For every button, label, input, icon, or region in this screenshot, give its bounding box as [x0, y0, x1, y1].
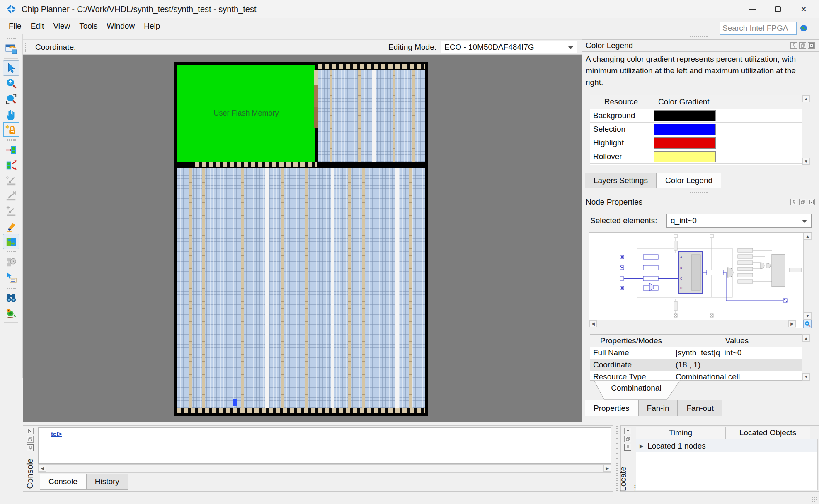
tab-color-legend[interactable]: Color Legend [657, 173, 721, 188]
birds-eye-view-icon[interactable] [3, 305, 19, 321]
search-area [720, 22, 807, 35]
swap-nodes-tool-icon[interactable] [3, 234, 19, 249]
region-clock-tool-icon[interactable] [3, 254, 19, 270]
close-button[interactable]: × [791, 0, 817, 18]
scroll-left-icon[interactable]: ◀ [39, 465, 46, 472]
menu-edit[interactable]: Edit [26, 21, 49, 31]
selected-elements-label: Selected elements: [590, 216, 657, 225]
preview-zoom-icon[interactable] [803, 320, 812, 328]
menu-tools[interactable]: Tools [75, 21, 102, 31]
toolbar-drag-handle[interactable] [7, 251, 16, 253]
pin-panel-button[interactable] [624, 444, 631, 451]
find-binoculars-icon[interactable] [3, 290, 19, 305]
search-input[interactable] [720, 22, 797, 35]
scroll-down-icon[interactable]: ▼ [802, 373, 810, 380]
tcl-console[interactable]: tcl> [38, 427, 611, 464]
table-row[interactable]: Resource Type Combinational cell [590, 371, 802, 381]
add-connection-tool-icon[interactable] [3, 203, 19, 219]
toolbar-drag-handle[interactable] [7, 138, 16, 141]
table-row[interactable]: Highlight [590, 136, 802, 150]
menu-window[interactable]: Window [102, 21, 140, 31]
io-bank-bottom[interactable] [177, 408, 425, 413]
scroll-right-icon[interactable]: ▶ [603, 465, 611, 472]
logic-array-top-right[interactable] [318, 70, 425, 162]
zoom-fit-tool-icon[interactable] [3, 91, 19, 106]
table-row[interactable]: Rollover [590, 150, 802, 164]
panel-drag-handle[interactable] [689, 192, 708, 194]
preview-vscrollbar[interactable]: ▲ ▼ [803, 233, 812, 320]
console-hscrollbar[interactable]: ◀ ▶ [38, 464, 611, 473]
tab-history[interactable]: History [86, 474, 128, 490]
list-item[interactable]: ▶ Located 1 nodes [636, 439, 817, 452]
scroll-up-icon[interactable]: ▲ [804, 233, 812, 240]
float-panel-button[interactable] [624, 436, 631, 443]
chip-floorplan[interactable]: User Flash Memory [174, 62, 428, 416]
table-row[interactable]: Selection [590, 123, 802, 136]
mode-tab-combinational[interactable]: Combinational [591, 380, 681, 400]
logic-array-main[interactable] [177, 168, 425, 408]
toolbar-drag-handle[interactable] [7, 286, 16, 289]
close-panel-button[interactable] [808, 42, 815, 49]
float-panel-button[interactable] [799, 199, 806, 205]
tab-fan-out[interactable]: Fan-out [678, 400, 722, 416]
menu-help[interactable]: Help [139, 21, 165, 31]
maximize-button[interactable] [765, 0, 791, 18]
locate-dock-controls: Locate ... [621, 426, 635, 491]
tab-located-objects[interactable]: Located Objects [725, 427, 810, 439]
tab-fan-in[interactable]: Fan-in [638, 400, 678, 416]
user-flash-memory-block[interactable]: User Flash Memory [177, 65, 315, 162]
globe-icon[interactable] [800, 24, 807, 32]
scroll-up-icon[interactable]: ▲ [802, 95, 810, 102]
right-dock: Color Legend A changing color gradient r… [582, 39, 819, 422]
detach-window-icon[interactable] [3, 41, 19, 57]
resize-grip[interactable] [812, 497, 818, 503]
close-panel-button[interactable] [624, 428, 631, 434]
table-row-selected[interactable]: Coordinate (18 , 1) [590, 359, 802, 371]
preview-hscrollbar[interactable]: ◀ ▶ [589, 320, 796, 328]
scroll-down-icon[interactable]: ▼ [802, 158, 810, 165]
selection-tool-icon[interactable] [3, 60, 19, 76]
minimize-button[interactable] [739, 0, 765, 18]
float-panel-button[interactable] [27, 436, 34, 443]
zoom-tool-icon[interactable] [3, 76, 19, 91]
scroll-right-icon[interactable]: ▶ [788, 320, 796, 327]
node-schematic-preview[interactable]: ABCD ▲ ▼ [589, 232, 812, 328]
io-bank-mid[interactable] [195, 162, 317, 167]
close-panel-button[interactable] [27, 428, 34, 434]
pan-tool-icon[interactable] [3, 106, 19, 122]
editing-mode-select[interactable]: ECO - 10M50DAF484I7G [441, 41, 577, 53]
highlight-routing-tool-icon[interactable] [3, 219, 19, 234]
toolbar-drag-handle[interactable] [7, 38, 16, 40]
float-panel-button[interactable] [799, 42, 806, 49]
table-row[interactable]: Full Name |synth_test|q_int~0 [590, 347, 802, 359]
chip-canvas[interactable]: User Flash Memory [23, 55, 582, 422]
connect-node-tool-icon[interactable] [3, 173, 19, 188]
pin-panel-button[interactable] [790, 42, 797, 49]
scroll-up-icon[interactable]: ▲ [802, 335, 810, 342]
expand-triangle-icon[interactable]: ▶ [640, 443, 643, 449]
toolbar-drag-handle[interactable] [24, 43, 28, 52]
pin-panel-button[interactable] [27, 444, 34, 451]
io-bank-top[interactable] [318, 64, 425, 69]
menu-file[interactable]: File [4, 21, 26, 31]
tab-layers-settings[interactable]: Layers Settings [585, 173, 657, 188]
selected-elements-select[interactable]: q_int~0 [666, 214, 812, 228]
fan-out-tool-icon[interactable] [3, 157, 19, 173]
scroll-left-icon[interactable]: ◀ [589, 320, 597, 327]
fan-in-tool-icon[interactable] [3, 142, 19, 157]
pin-panel-button[interactable] [790, 199, 797, 205]
disconnect-node-tool-icon[interactable] [3, 188, 19, 203]
tab-properties[interactable]: Properties [585, 400, 638, 416]
locate-report-tool-icon[interactable] [3, 270, 19, 285]
eco-lock-tool-icon[interactable] [3, 122, 19, 137]
menu-view[interactable]: View [48, 21, 75, 31]
properties-scrollbar[interactable]: ▲ ▼ [802, 334, 810, 381]
selected-cell[interactable] [233, 399, 237, 406]
legend-scrollbar[interactable]: ▲ ▼ [802, 95, 810, 165]
scroll-down-icon[interactable]: ▼ [804, 312, 812, 319]
close-panel-button[interactable] [808, 199, 815, 205]
table-row[interactable]: Background [590, 109, 802, 123]
panel-drag-handle[interactable] [689, 36, 708, 38]
tab-timing[interactable]: Timing [636, 427, 725, 439]
tab-console[interactable]: Console [40, 474, 86, 490]
